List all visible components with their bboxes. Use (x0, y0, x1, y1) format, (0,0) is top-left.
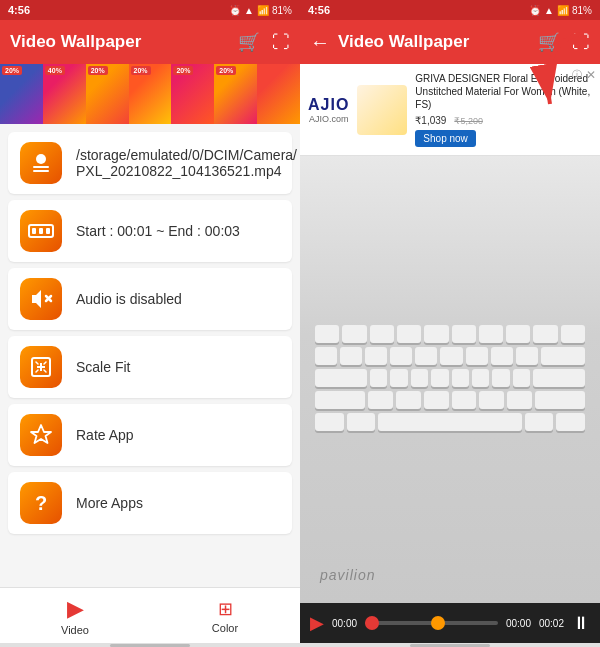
status-icons-right: ⏰ ▲ 📶 81% (529, 5, 592, 16)
file-icon (29, 151, 53, 175)
key (506, 325, 530, 343)
keyboard-visual (315, 325, 585, 435)
badge-6: 20% (216, 66, 236, 75)
menu-item-rate[interactable]: Rate App (8, 404, 292, 466)
audio-label: Audio is disabled (76, 291, 182, 307)
file-icon-box (20, 142, 62, 184)
video-controls: ▶ 00:00 00:00 00:02 ⏸ (300, 603, 600, 643)
cart-icon-left[interactable]: 🛒 (238, 31, 260, 53)
key (516, 347, 538, 365)
key (411, 369, 428, 387)
key (452, 325, 476, 343)
key (315, 347, 337, 365)
progress-bar[interactable] (365, 621, 498, 625)
progress-thumb-end[interactable] (431, 616, 445, 630)
ad-content: GRIVA DESIGNER Floral Embroidered Unstit… (415, 72, 592, 147)
thumbnail-3[interactable]: 20% (86, 64, 129, 124)
fullscreen-icon-left[interactable]: ⛶ (272, 32, 290, 53)
key (415, 347, 437, 365)
menu-item-scale[interactable]: Scale Fit (8, 336, 292, 398)
more-icon-box: ? (20, 482, 62, 524)
key (452, 369, 469, 387)
ad-title: GRIVA DESIGNER Floral Embroidered Unstit… (415, 72, 592, 111)
play-button-right[interactable]: ▶ (310, 612, 324, 634)
badge-4: 20% (131, 66, 151, 75)
svg-text:?: ? (35, 492, 47, 514)
thumbnail-4[interactable]: 20% (129, 64, 172, 124)
nav-item-color[interactable]: ⊞ Color (150, 598, 300, 634)
file-label: /storage/emulated/0/DCIM/Camera/PXL_2021… (76, 147, 297, 179)
home-indicator-right (300, 643, 600, 647)
ad-logo-area: AJIO AJIO.com (308, 96, 349, 124)
shop-now-button[interactable]: Shop now (415, 130, 475, 147)
rate-icon-box (20, 414, 62, 456)
menu-item-audio[interactable]: Audio is disabled (8, 268, 292, 330)
time-left: 4:56 (8, 4, 30, 16)
app-bar-icons-left: 🛒 ⛶ (238, 31, 290, 53)
key (390, 347, 412, 365)
key (492, 369, 509, 387)
menu-item-file[interactable]: /storage/emulated/0/DCIM/Camera/PXL_2021… (8, 132, 292, 194)
video-nav-label: Video (61, 624, 89, 636)
star-icon (29, 423, 53, 447)
pause-button[interactable]: ⏸ (572, 613, 590, 634)
laptop-brand: pavilion (320, 567, 375, 583)
right-panel: 4:56 ⏰ ▲ 📶 81% ← Video Wallpaper 🛒 ⛶ AJI… (300, 0, 600, 647)
time-end: 00:02 (539, 618, 564, 629)
svg-rect-1 (33, 166, 49, 168)
color-nav-label: Color (212, 622, 238, 634)
alarm-icon-right: ⏰ (529, 5, 541, 16)
app-bar-icons-right: 🛒 ⛶ (538, 31, 590, 53)
key (541, 347, 585, 365)
key (397, 325, 421, 343)
key (507, 391, 532, 409)
key (525, 413, 554, 431)
app-title-right: Video Wallpaper (338, 32, 469, 52)
alarm-icon: ⏰ (229, 5, 241, 16)
thumbnail-6[interactable]: 20% (214, 64, 257, 124)
key (431, 369, 448, 387)
key (370, 369, 387, 387)
status-icons-left: ⏰ ▲ 📶 81% (229, 5, 292, 16)
status-bar-right: 4:56 ⏰ ▲ 📶 81% (300, 0, 600, 20)
bottom-nav: ▶ Video ⊞ Color (0, 587, 300, 643)
home-bar-left (110, 644, 190, 647)
key (315, 369, 367, 387)
thumbnail-2[interactable]: 40% (43, 64, 86, 124)
badge-1: 20% (2, 66, 22, 75)
ad-price-old: ₹5,200 (454, 116, 483, 126)
key (479, 391, 504, 409)
time-label: Start : 00:01 ~ End : 00:03 (76, 223, 240, 239)
app-title-left: Video Wallpaper (10, 32, 141, 52)
key (315, 413, 344, 431)
time-right: 4:56 (308, 4, 330, 16)
time-icon-box (20, 210, 62, 252)
key (452, 391, 477, 409)
thumbnail-5[interactable]: 20% (171, 64, 214, 124)
laptop-image: pavilion (300, 156, 600, 603)
key (315, 391, 365, 409)
time-start: 00:00 (332, 618, 357, 629)
nav-item-video[interactable]: ▶ Video (0, 596, 150, 636)
svg-rect-2 (33, 170, 49, 172)
key (440, 347, 462, 365)
ad-close-button[interactable]: ✕ (586, 68, 596, 82)
menu-item-time[interactable]: Start : 00:01 ~ End : 00:03 (8, 200, 292, 262)
svg-rect-4 (32, 228, 36, 234)
menu-list: /storage/emulated/0/DCIM/Camera/PXL_2021… (0, 124, 300, 587)
menu-item-more[interactable]: ? More Apps (8, 472, 292, 534)
progress-thumb-start[interactable] (365, 616, 379, 630)
key (365, 347, 387, 365)
time-mid: 00:00 (506, 618, 531, 629)
left-panel: 4:56 ⏰ ▲ 📶 81% Video Wallpaper 🛒 ⛶ 20% 4… (0, 0, 300, 647)
fullscreen-icon-right[interactable]: ⛶ (572, 32, 590, 53)
home-indicator-left (0, 643, 300, 647)
thumbnail-7[interactable] (257, 64, 300, 124)
key (340, 347, 362, 365)
key (368, 391, 393, 409)
time-icon (28, 222, 54, 240)
cart-icon-right[interactable]: 🛒 (538, 31, 560, 53)
thumbnail-1[interactable]: 20% (0, 64, 43, 124)
back-button[interactable]: ← (310, 31, 330, 54)
rate-label: Rate App (76, 427, 134, 443)
